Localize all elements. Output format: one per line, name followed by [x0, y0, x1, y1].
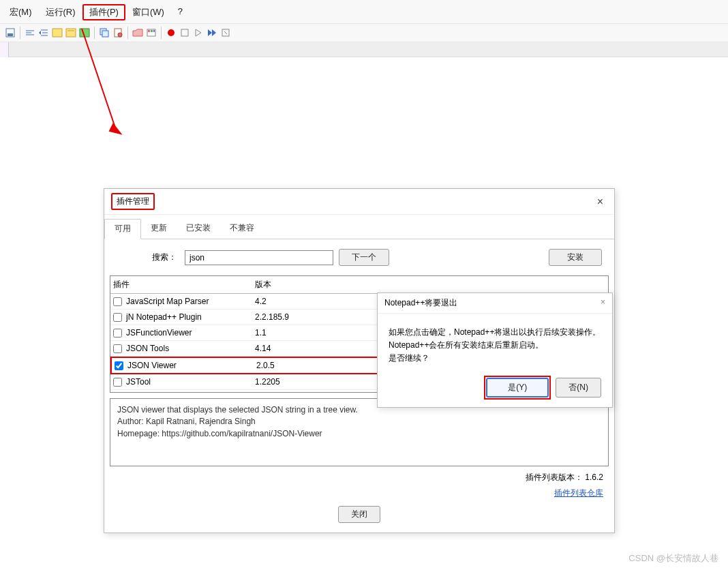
- plugin-version: 2.0.5: [254, 358, 335, 373]
- align-icon[interactable]: [24, 27, 36, 39]
- plugin-version: 1.7.5: [252, 390, 334, 393]
- search-input[interactable]: [185, 250, 333, 265]
- tool-icon[interactable]: [219, 27, 232, 39]
- col-version[interactable]: 版本: [252, 276, 334, 293]
- indent-in-icon[interactable]: [37, 27, 50, 39]
- svg-rect-22: [181, 29, 188, 36]
- yes-button[interactable]: 是(Y): [486, 378, 549, 397]
- plugin-version: 1.2205: [252, 374, 334, 389]
- close-icon[interactable]: ×: [593, 196, 607, 208]
- plugin-version: 4.14: [252, 341, 334, 356]
- menubar: 宏(M) 运行(R) 插件(P) 窗口(W) ?: [0, 0, 728, 24]
- svg-marker-8: [39, 31, 41, 35]
- plugin-name: jN Notepad++ Plugin: [126, 312, 202, 322]
- record-icon[interactable]: [165, 27, 177, 39]
- menu-macro[interactable]: 宏(M): [3, 4, 39, 20]
- next-button[interactable]: 下一个: [339, 249, 389, 266]
- row-checkbox[interactable]: [113, 329, 122, 338]
- stop-icon[interactable]: [179, 27, 191, 39]
- tab-installed[interactable]: 已安装: [177, 219, 220, 239]
- plugin-description: JSON viewer that displays the selected J…: [110, 398, 609, 466]
- search-label: 搜索：: [152, 252, 177, 263]
- svg-rect-18: [148, 30, 150, 32]
- svg-rect-20: [153, 30, 155, 32]
- repo-link[interactable]: 插件列表仓库: [554, 487, 603, 499]
- tab-available[interactable]: 可用: [104, 219, 141, 239]
- svg-marker-24: [208, 29, 212, 36]
- confirm-dialog: Notepad++将要退出 × 如果您点击确定，Notepad++将退出以执行后…: [377, 292, 613, 408]
- confirm-titlebar: Notepad++将要退出 ×: [378, 293, 612, 314]
- plugin-version: 2.2.185.9: [252, 310, 334, 325]
- svg-marker-23: [196, 29, 201, 36]
- row-checkbox[interactable]: [113, 297, 122, 306]
- confirm-title: Notepad++将要退出: [384, 297, 457, 309]
- tab-incompatible[interactable]: 不兼容: [220, 219, 264, 239]
- menu-help[interactable]: ?: [171, 4, 189, 20]
- menu-run[interactable]: 运行(R): [39, 4, 82, 20]
- plugin-name: JavaScript Map Parser: [126, 297, 209, 306]
- menu-window[interactable]: 窗口(W): [125, 4, 171, 20]
- annotation-arrow: [75, 27, 123, 136]
- plugin-version: 1.1: [252, 325, 334, 340]
- save-icon[interactable]: [4, 27, 16, 39]
- svg-line-27: [224, 31, 227, 34]
- row-checkbox[interactable]: [113, 344, 122, 353]
- svg-marker-25: [212, 29, 216, 36]
- plugin-name: JSTool: [126, 377, 151, 387]
- palette-icon[interactable]: [145, 27, 157, 39]
- folder-red-icon[interactable]: [132, 27, 144, 39]
- list-version-label: 插件列表版本：: [526, 472, 583, 482]
- plugin-name: JSON Viewer: [127, 361, 177, 370]
- dialog-titlebar: 插件管理 ×: [104, 189, 614, 215]
- forward-icon[interactable]: [206, 27, 218, 39]
- dialog-title: 插件管理: [111, 193, 155, 210]
- svg-rect-1: [7, 33, 13, 36]
- separator: [127, 27, 128, 39]
- separator: [161, 27, 162, 39]
- tab-updates[interactable]: 更新: [141, 219, 177, 239]
- outdent-icon[interactable]: [51, 27, 63, 39]
- dialog-tabs: 可用 更新 已安装 不兼容: [104, 215, 614, 239]
- watermark: CSDN @长安情故人巷: [628, 552, 718, 565]
- search-row: 搜索： 下一个 安装: [104, 239, 614, 275]
- row-checkbox[interactable]: [115, 361, 123, 370]
- close-icon[interactable]: ×: [601, 297, 605, 309]
- svg-rect-19: [151, 30, 153, 32]
- play-icon[interactable]: [192, 27, 204, 39]
- plugin-name: JSON Tools: [126, 344, 169, 353]
- separator: [20, 27, 20, 39]
- svg-rect-10: [66, 29, 76, 37]
- col-plugin[interactable]: 插件: [110, 276, 252, 293]
- svg-rect-9: [52, 29, 62, 37]
- table-header: 插件 版本: [110, 276, 608, 294]
- no-button[interactable]: 否(N): [556, 378, 601, 397]
- plugin-name: JSFunctionViewer: [126, 328, 192, 338]
- menu-plugins[interactable]: 插件(P): [82, 4, 125, 20]
- plugin-version: 4.2: [252, 294, 334, 309]
- row-checkbox[interactable]: [113, 378, 122, 387]
- svg-line-28: [82, 29, 116, 130]
- close-button[interactable]: 关闭: [338, 506, 380, 523]
- install-button[interactable]: 安装: [549, 249, 602, 266]
- list-version: 1.6.2: [585, 472, 603, 482]
- row-checkbox[interactable]: [113, 313, 122, 322]
- dialog-footer: 插件列表版本： 1.6.2 插件列表仓库: [104, 472, 614, 499]
- confirm-body: 如果您点击确定，Notepad++将退出以执行后续安装操作。Notepad++会…: [378, 314, 612, 370]
- svg-point-21: [168, 29, 175, 36]
